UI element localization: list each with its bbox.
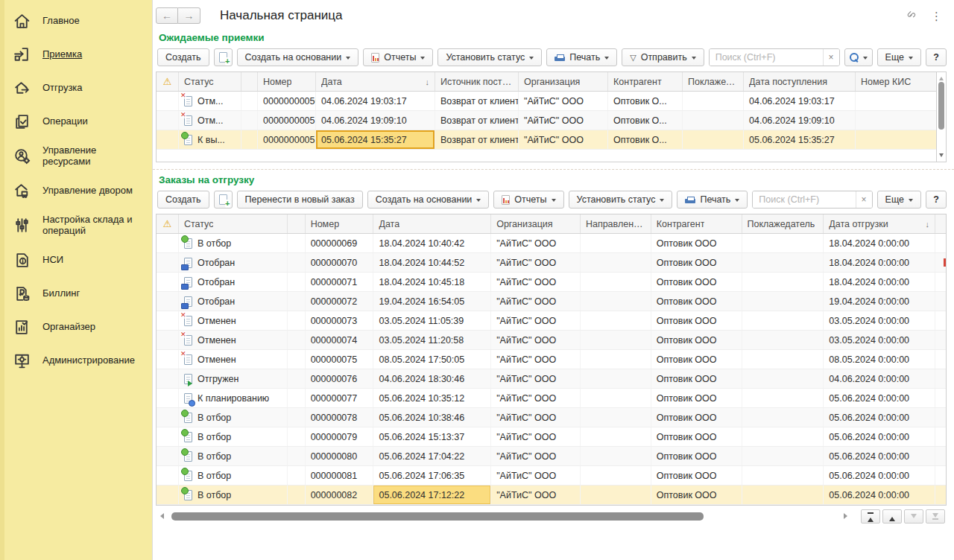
cell-number[interactable]: 000000082 (306, 486, 374, 504)
cell-direction[interactable] (581, 331, 651, 349)
column-header-contractor[interactable]: Контрагент (651, 214, 742, 233)
cell-number[interactable]: 000000077 (306, 389, 374, 407)
cell-number[interactable]: 000000069 (306, 234, 374, 252)
cell-date[interactable]: 04.06.2024 18:30:46 (373, 369, 491, 388)
clear-search-icon[interactable]: × (823, 49, 839, 66)
cell-bailor[interactable] (742, 350, 824, 369)
column-header-receipt_date[interactable]: Дата поступления (744, 72, 856, 91)
cell-direction[interactable] (581, 369, 651, 388)
cell-date[interactable]: 04.06.2024 19:09:10 (316, 111, 435, 130)
cell-contractor[interactable]: Оптовик ООО (651, 466, 742, 485)
cell-col0[interactable] (157, 273, 179, 291)
cell-org[interactable]: "АйТиС" ООО (491, 427, 581, 446)
cell-direction[interactable] (581, 350, 651, 369)
column-header-bailor[interactable]: Поклажедатель (742, 214, 824, 233)
cell-col10[interactable] (935, 427, 946, 446)
cell-direction[interactable] (581, 234, 651, 252)
cell-ship_date[interactable]: 18.04.2024 0:00:00 (824, 273, 935, 291)
cell-number[interactable]: 00000000050 (258, 92, 316, 110)
table-row[interactable]: В отбор00000008005.06.2024 17:04:22"АйТи… (157, 447, 946, 466)
cell-direction[interactable] (581, 273, 651, 291)
cell-status[interactable]: Отобран (179, 273, 288, 291)
cell-contractor[interactable]: Оптовик ООО (651, 331, 742, 349)
cell-col10[interactable] (935, 273, 946, 291)
cell-contractor[interactable]: Оптовик О... (608, 130, 683, 149)
cell-col2[interactable] (288, 311, 306, 330)
cell-direction[interactable] (581, 486, 651, 504)
table-row[interactable]: В отбор00000006918.04.2024 10:40:42"АйТи… (157, 234, 946, 253)
cell-col2[interactable] (288, 408, 306, 427)
cell-status[interactable]: Отм... (179, 111, 241, 130)
cell-date[interactable]: 18.04.2024 10:40:42 (373, 234, 491, 252)
cell-number[interactable]: 000000079 (306, 427, 374, 446)
cell-org[interactable]: "АйТиС" ООО (491, 486, 581, 504)
cell-col0[interactable] (157, 292, 179, 311)
cell-bailor[interactable] (683, 92, 744, 110)
column-header-kis[interactable]: Номер КИС (856, 72, 936, 91)
cell-col2[interactable] (241, 111, 258, 130)
cell-org[interactable]: "АйТиС" ООО (491, 350, 581, 369)
sidebar-item-shipping[interactable]: Отгрузка (0, 71, 152, 105)
back-button[interactable]: ← (156, 7, 178, 24)
cell-bailor[interactable] (742, 273, 824, 291)
cell-direction[interactable] (581, 253, 651, 272)
cell-status[interactable]: Отменен (179, 350, 288, 369)
cell-col0[interactable] (157, 447, 179, 465)
cell-ship_date[interactable]: 05.06.2024 0:00:00 (824, 427, 935, 446)
cell-ship_date[interactable]: 05.06.2024 0:00:00 (824, 466, 935, 485)
column-header-col0[interactable]: ⚠ (157, 72, 179, 91)
cell-col2[interactable] (288, 331, 306, 349)
cell-direction[interactable] (581, 447, 651, 465)
table-row[interactable]: Отменен00000007508.05.2024 17:50:05"АйТи… (157, 350, 946, 369)
sidebar-item-receiving[interactable]: Приемка (0, 38, 152, 71)
cell-col0[interactable] (157, 253, 179, 272)
sidebar-item-organizer[interactable]: Органайзер (0, 311, 152, 344)
cell-col10[interactable] (935, 331, 946, 349)
cell-col0[interactable] (157, 92, 179, 110)
cell-direction[interactable] (581, 466, 651, 485)
cell-col10[interactable] (935, 389, 946, 407)
cell-col0[interactable] (157, 427, 179, 446)
cell-contractor[interactable]: Оптовик ООО (651, 486, 742, 504)
cell-col0[interactable] (157, 350, 179, 369)
table-row[interactable]: Отобран00000007018.04.2024 10:44:52"АйТи… (157, 253, 946, 273)
cell-org[interactable]: "АйТиС" ООО (491, 466, 581, 485)
more-button[interactable]: Еще (877, 48, 921, 66)
go-next-row-button[interactable] (904, 509, 923, 524)
cell-direction[interactable] (581, 292, 651, 311)
cell-status[interactable]: В отбор (179, 466, 288, 485)
cell-contractor[interactable]: Оптовик ООО (651, 389, 742, 407)
cell-col10[interactable] (935, 486, 946, 504)
column-header-bailor[interactable]: Поклажедат... (683, 72, 744, 91)
sidebar-item-master-data[interactable]: НСИ (0, 244, 152, 277)
cell-col10[interactable] (935, 253, 946, 272)
cell-bailor[interactable] (742, 369, 824, 388)
move-to-new-order-button[interactable]: Перенести в новый заказ (237, 191, 363, 209)
cell-receipt_date[interactable]: 04.06.2024 19:09:10 (744, 111, 856, 130)
column-header-org[interactable]: Организация (519, 72, 608, 91)
cell-date[interactable]: 18.04.2024 10:45:18 (373, 273, 491, 291)
cell-date[interactable]: 05.06.2024 17:06:35 (373, 466, 491, 485)
cell-org[interactable]: "АйТиС" ООО (491, 389, 581, 407)
column-header-number[interactable]: Номер (306, 214, 374, 233)
column-header-col2[interactable] (241, 72, 258, 91)
cell-bailor[interactable] (683, 111, 744, 130)
column-header-date[interactable]: Дата (373, 214, 491, 233)
cell-ship_date[interactable]: 05.06.2024 0:00:00 (824, 486, 935, 504)
cell-date[interactable]: 04.06.2024 19:03:17 (316, 92, 435, 110)
cell-col0[interactable] (157, 331, 179, 349)
cell-contractor[interactable]: Оптовик ООО (651, 253, 742, 272)
vertical-scrollbar[interactable] (937, 71, 947, 162)
cell-bailor[interactable] (742, 466, 824, 485)
help-button[interactable]: ? (926, 191, 947, 209)
print-button[interactable]: Печать (677, 191, 748, 209)
scroll-right-icon[interactable] (844, 513, 850, 519)
create-button[interactable]: Создать (157, 48, 209, 66)
cell-number[interactable]: 000000075 (306, 350, 374, 369)
cell-contractor[interactable]: Оптовик ООО (651, 408, 742, 427)
table-row[interactable]: В отбор00000008105.06.2024 17:06:35"АйТи… (157, 466, 946, 486)
cell-col2[interactable] (288, 253, 306, 272)
sidebar-item-main[interactable]: Главное (0, 4, 152, 38)
cell-source[interactable]: Возврат от клиента (435, 92, 519, 110)
table-row[interactable]: В отбор00000008205.06.2024 17:12:22"АйТи… (157, 486, 946, 505)
